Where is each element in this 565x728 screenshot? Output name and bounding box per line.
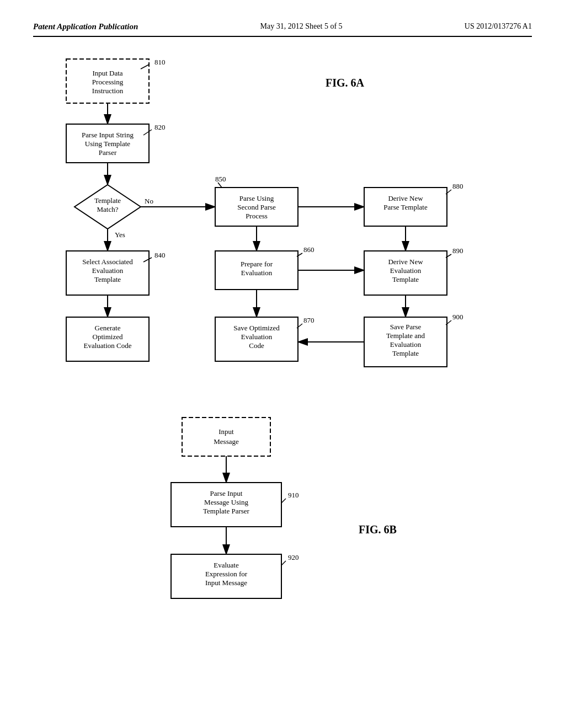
- svg-text:No: No: [145, 197, 153, 205]
- svg-text:810: 810: [154, 58, 166, 66]
- svg-text:Match?: Match?: [97, 205, 119, 213]
- svg-line-93: [281, 561, 286, 565]
- svg-text:Yes: Yes: [115, 231, 125, 239]
- svg-line-37: [218, 183, 222, 188]
- svg-text:Parser: Parser: [99, 148, 117, 157]
- svg-text:910: 910: [288, 491, 299, 499]
- svg-rect-32: [215, 188, 298, 226]
- svg-rect-52: [364, 188, 447, 226]
- svg-text:Optimized: Optimized: [93, 333, 123, 341]
- fig6a-area: Input Data Processing Instruction 810 Pa…: [33, 53, 532, 373]
- svg-text:Evaluation: Evaluation: [241, 269, 273, 277]
- svg-text:Prepare for: Prepare for: [241, 260, 273, 268]
- header: Patent Application Publication May 31, 2…: [33, 22, 532, 37]
- svg-line-86: [281, 499, 286, 503]
- svg-line-26: [143, 258, 152, 262]
- svg-rect-45: [215, 317, 298, 361]
- svg-line-12: [143, 130, 152, 135]
- svg-text:Code: Code: [249, 341, 264, 350]
- svg-text:Parse Using: Parse Using: [239, 194, 274, 202]
- svg-text:920: 920: [288, 553, 299, 561]
- svg-text:Template: Template: [94, 275, 121, 283]
- svg-rect-0: [66, 59, 149, 103]
- svg-text:Evaluate: Evaluate: [214, 561, 239, 569]
- svg-line-43: [297, 253, 302, 256]
- svg-rect-81: [171, 483, 281, 527]
- svg-text:Save Optimized: Save Optimized: [233, 324, 280, 332]
- header-center: May 31, 2012 Sheet 5 of 5: [260, 22, 343, 31]
- svg-text:Parse Template: Parse Template: [383, 203, 428, 211]
- svg-text:Input Data: Input Data: [92, 69, 122, 77]
- svg-text:Second Parse: Second Parse: [237, 203, 276, 211]
- svg-line-56: [446, 190, 451, 194]
- svg-text:Save Parse: Save Parse: [390, 323, 422, 331]
- svg-text:Template: Template: [392, 349, 419, 357]
- svg-line-71: [446, 320, 451, 325]
- diagram-area: Input Data Processing Instruction 810 Pa…: [33, 53, 532, 671]
- svg-text:820: 820: [154, 123, 166, 131]
- svg-text:Derive New: Derive New: [388, 194, 423, 202]
- svg-text:FIG. 6B: FIG. 6B: [359, 523, 397, 536]
- svg-line-5: [141, 65, 149, 69]
- svg-text:Evaluation: Evaluation: [390, 340, 422, 349]
- svg-text:890: 890: [452, 247, 463, 255]
- svg-text:Input Message: Input Message: [205, 579, 247, 587]
- svg-text:Message Using: Message Using: [204, 498, 248, 506]
- fig6b-area: FIG. 6B Input Message Parse Input Messag…: [33, 406, 532, 671]
- svg-text:Derive New: Derive New: [388, 258, 423, 266]
- svg-text:Input: Input: [218, 427, 234, 436]
- fig6a-svg: Input Data Processing Instruction 810 Pa…: [33, 53, 532, 373]
- svg-rect-77: [182, 417, 270, 456]
- svg-text:Evaluation: Evaluation: [92, 266, 124, 275]
- svg-text:900: 900: [452, 313, 463, 321]
- svg-text:FIG. 6A: FIG. 6A: [326, 77, 365, 89]
- svg-text:860: 860: [303, 245, 315, 254]
- svg-text:840: 840: [154, 251, 166, 259]
- page: Patent Application Publication May 31, 2…: [0, 0, 565, 728]
- svg-line-50: [297, 324, 302, 328]
- svg-text:880: 880: [452, 182, 463, 190]
- svg-rect-39: [215, 251, 298, 290]
- svg-text:Template Parser: Template Parser: [203, 507, 250, 515]
- svg-rect-88: [171, 554, 281, 598]
- svg-text:Parse Input: Parse Input: [210, 489, 243, 497]
- header-right: US 2012/0137276 A1: [465, 22, 532, 31]
- svg-text:Template and: Template and: [386, 331, 425, 340]
- svg-text:850: 850: [215, 175, 226, 183]
- svg-text:Evaluation Code: Evaluation Code: [83, 341, 131, 350]
- svg-marker-14: [74, 185, 141, 229]
- header-left: Patent Application Publication: [33, 22, 138, 31]
- svg-rect-28: [66, 317, 149, 361]
- svg-rect-58: [364, 251, 447, 295]
- svg-text:Using Template: Using Template: [85, 140, 130, 148]
- svg-rect-65: [364, 317, 447, 367]
- svg-text:Evaluation: Evaluation: [241, 333, 273, 341]
- svg-text:Evaluation: Evaluation: [390, 266, 422, 275]
- svg-rect-7: [66, 124, 149, 163]
- fig6b-svg: FIG. 6B Input Message Parse Input Messag…: [33, 406, 532, 671]
- svg-text:Template: Template: [392, 275, 419, 283]
- svg-line-63: [446, 254, 451, 258]
- svg-text:870: 870: [303, 316, 315, 324]
- svg-text:Template: Template: [94, 196, 121, 205]
- svg-rect-21: [66, 251, 149, 295]
- svg-text:Generate: Generate: [95, 324, 121, 332]
- svg-text:Expression for: Expression for: [205, 570, 248, 578]
- svg-text:Instruction: Instruction: [92, 87, 124, 95]
- svg-text:Message: Message: [214, 437, 239, 446]
- svg-text:Processing: Processing: [92, 78, 124, 86]
- svg-text:Parse Input String: Parse Input String: [82, 131, 134, 139]
- publication-label: Patent Application Publication: [33, 22, 138, 31]
- svg-text:Select Associated: Select Associated: [82, 258, 133, 266]
- svg-text:Process: Process: [246, 212, 268, 220]
